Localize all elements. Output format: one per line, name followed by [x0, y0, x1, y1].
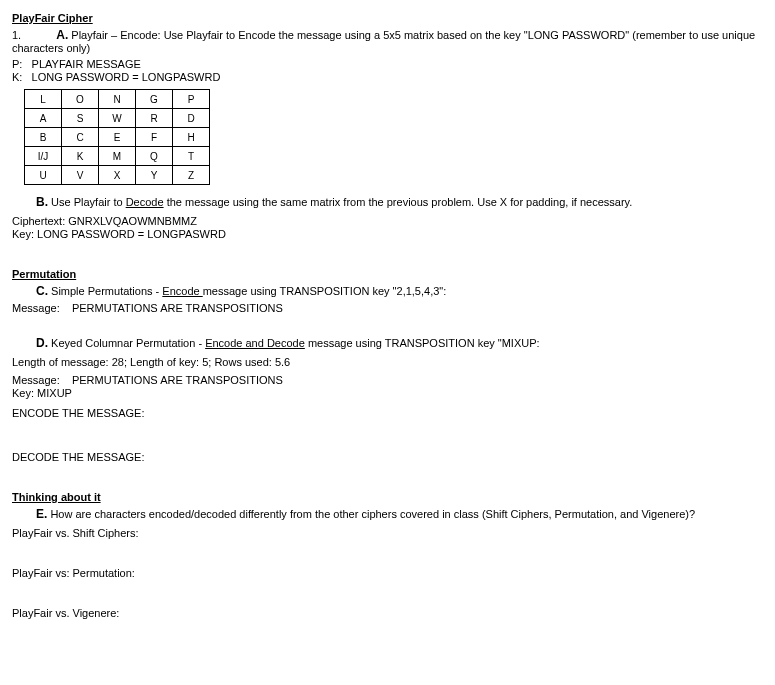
matrix-cell: A: [25, 109, 62, 128]
question-c-desc2: message using TRANSPOSITION key "2,1,5,4…: [203, 285, 447, 297]
question-b-desc2: the message using the same matrix from t…: [164, 196, 633, 208]
question-e-desc: How are characters encoded/decoded diffe…: [50, 508, 695, 520]
matrix-cell: Q: [136, 147, 173, 166]
key-line-b: Key: LONG PASSWORD = LONGPASWRD: [12, 228, 763, 240]
matrix-row: ASWRD: [25, 109, 210, 128]
decode-prompt: DECODE THE MESSAGE:: [12, 451, 763, 463]
question-b-label: B.: [36, 195, 48, 209]
question-a-label: A.: [56, 28, 68, 42]
plaintext-label: P:: [12, 58, 22, 70]
question-d-desc1: Keyed Columnar Permutation -: [51, 337, 205, 349]
matrix-row: BCEFH: [25, 128, 210, 147]
matrix-cell: E: [99, 128, 136, 147]
matrix-cell: Z: [173, 166, 210, 185]
matrix-cell: L: [25, 90, 62, 109]
playfair-section: PlayFair Cipher 1. A. Playfair – Encode:…: [12, 12, 763, 240]
question-c-desc1: Simple Permutations -: [51, 285, 162, 297]
permutation-section: Permutation C. Simple Permutations - Enc…: [12, 268, 763, 463]
matrix-cell: I/J: [25, 147, 62, 166]
permutation-section-title: Permutation: [12, 268, 76, 280]
question-d-desc2: message using TRANSPOSITION key "MIXUP:: [305, 337, 540, 349]
playfair-section-title: PlayFair Cipher: [12, 12, 93, 24]
key-line-d: Key: MIXUP: [12, 387, 763, 399]
key-value-d: MIXUP: [37, 387, 72, 399]
question-c-row: C. Simple Permutations - Encode message …: [36, 284, 763, 298]
matrix-cell: C: [62, 128, 99, 147]
question-c-label: C.: [36, 284, 48, 298]
message-line-c: Message: PERMUTATIONS ARE TRANSPOSITIONS: [12, 302, 763, 314]
message-line-d: Message: PERMUTATIONS ARE TRANSPOSITIONS: [12, 374, 763, 386]
matrix-cell: G: [136, 90, 173, 109]
message-label-d: Message:: [12, 374, 60, 386]
matrix-cell: F: [136, 128, 173, 147]
ciphertext-line: Ciphertext: GNRXLVQAOWMNBMMZ: [12, 215, 763, 227]
question-e-row: E. How are characters encoded/decoded di…: [36, 507, 763, 521]
matrix-cell: V: [62, 166, 99, 185]
message-value-c: PERMUTATIONS ARE TRANSPOSITIONS: [72, 302, 283, 314]
matrix-cell: H: [173, 128, 210, 147]
matrix-cell: M: [99, 147, 136, 166]
playfair-matrix: LONGPASWRDBCEFHI/JKMQTUVXYZ: [24, 89, 210, 185]
message-value-d: PERMUTATIONS ARE TRANSPOSITIONS: [72, 374, 283, 386]
plaintext-value: PLAYFAIR MESSAGE: [32, 58, 141, 70]
key-value-b: LONG PASSWORD = LONGPASWRD: [37, 228, 226, 240]
plaintext-line: P: PLAYFAIR MESSAGE: [12, 58, 763, 70]
key-label-a: K:: [12, 71, 22, 83]
key-label-b: Key:: [12, 228, 34, 240]
question-1-number: 1.: [12, 29, 21, 41]
question-d-label: D.: [36, 336, 48, 350]
matrix-cell: X: [99, 166, 136, 185]
thinking-section-title: Thinking about it: [12, 491, 101, 503]
question-a-description: Playfair – Encode: Use Playfair to Encod…: [12, 29, 755, 54]
matrix-cell: U: [25, 166, 62, 185]
question-c-encode-u: Encode: [162, 285, 202, 297]
question-b-block: B. Use Playfair to Decode the message us…: [12, 195, 763, 240]
message-label-c: Message:: [12, 302, 60, 314]
matrix-cell: W: [99, 109, 136, 128]
key-label-d: Key:: [12, 387, 34, 399]
thinking-section: Thinking about it E. How are characters …: [12, 491, 763, 619]
matrix-cell: N: [99, 90, 136, 109]
matrix-cell: D: [173, 109, 210, 128]
matrix-row: I/JKMQT: [25, 147, 210, 166]
question-b-desc1: Use Playfair to: [51, 196, 126, 208]
matrix-cell: P: [173, 90, 210, 109]
matrix-cell: Y: [136, 166, 173, 185]
compare-vigenere: PlayFair vs. Vigenere:: [12, 607, 763, 619]
matrix-cell: K: [62, 147, 99, 166]
matrix-row: UVXYZ: [25, 166, 210, 185]
question-a-row: 1. A. Playfair – Encode: Use Playfair to…: [12, 28, 763, 54]
key-line-a: K: LONG PASSWORD = LONGPASWRD: [12, 71, 763, 83]
key-value-a: LONG PASSWORD = LONGPASWRD: [32, 71, 221, 83]
compare-shift: PlayFair vs. Shift Ciphers:: [12, 527, 763, 539]
question-d-block: D. Keyed Columnar Permutation - Encode a…: [12, 336, 763, 463]
matrix-cell: T: [173, 147, 210, 166]
question-e-label: E.: [36, 507, 47, 521]
matrix-cell: R: [136, 109, 173, 128]
matrix-cell: S: [62, 109, 99, 128]
question-b-decode-u: Decode: [126, 196, 164, 208]
ciphertext-value: GNRXLVQAOWMNBMMZ: [68, 215, 197, 227]
matrix-cell: B: [25, 128, 62, 147]
matrix-cell: O: [62, 90, 99, 109]
compare-permutation: PlayFair vs: Permutation:: [12, 567, 763, 579]
matrix-row: LONGP: [25, 90, 210, 109]
length-line: Length of message: 28; Length of key: 5;…: [12, 356, 763, 368]
ciphertext-label: Ciphertext:: [12, 215, 65, 227]
question-d-encdec-u: Encode and Decode: [205, 337, 305, 349]
encode-prompt: ENCODE THE MESSAGE:: [12, 407, 763, 419]
